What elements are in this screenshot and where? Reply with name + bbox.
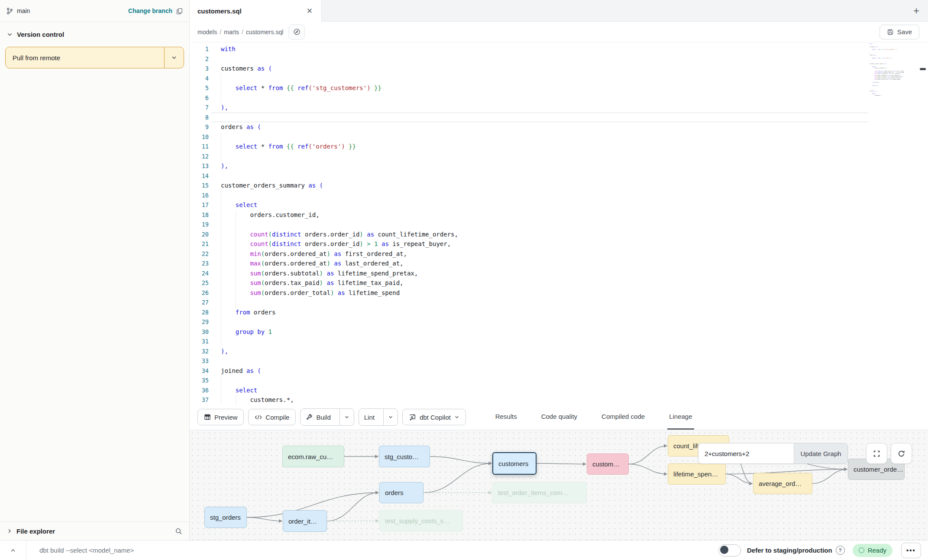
- tab-lineage[interactable]: Lineage: [667, 405, 694, 430]
- code-line[interactable]: 2: [190, 54, 928, 64]
- tab-compiled-code[interactable]: Compiled code: [600, 405, 647, 430]
- code-line[interactable]: 25 sum(orders.tax_paid) as lifetime_tax_…: [190, 278, 928, 288]
- more-menu-button[interactable]: •••: [901, 543, 921, 558]
- build-button[interactable]: Build: [300, 408, 354, 426]
- lineage-node-order_items[interactable]: order_it…: [283, 510, 327, 532]
- code-line[interactable]: 11 select * from {{ ref('orders') }}: [190, 142, 928, 152]
- code-line[interactable]: 35: [190, 375, 928, 385]
- version-control-header[interactable]: Version control: [0, 22, 189, 41]
- copilot-sparkle-icon: [409, 414, 416, 421]
- code-line[interactable]: 9orders as (: [190, 122, 928, 132]
- code-text: [221, 171, 928, 181]
- fullscreen-icon: [873, 450, 880, 457]
- lineage-node-test_order_items[interactable]: test_order_items_com…: [492, 482, 587, 503]
- tab-results[interactable]: Results: [494, 405, 519, 430]
- tab-code-quality[interactable]: Code quality: [540, 405, 579, 430]
- lint-button[interactable]: Lint: [359, 408, 398, 426]
- code-line[interactable]: 18 orders.customer_id,: [190, 210, 928, 220]
- code-text: [221, 152, 928, 162]
- code-line[interactable]: 24 sum(orders.subtotal) as lifetime_spen…: [190, 269, 928, 278]
- code-line[interactable]: 21 count(distinct orders.order_id) > 1 a…: [190, 239, 928, 249]
- code-line[interactable]: 30 group by 1: [190, 327, 928, 337]
- lineage-selector-input[interactable]: [698, 443, 794, 464]
- fullscreen-button[interactable]: [866, 443, 887, 464]
- code-line[interactable]: 37 customers.*,: [190, 395, 928, 405]
- expand-command-bar-button[interactable]: [0, 541, 26, 560]
- update-graph-button[interactable]: Update Graph: [794, 443, 848, 464]
- code-line[interactable]: 6: [190, 93, 928, 103]
- code-line[interactable]: 29: [190, 317, 928, 327]
- defer-toggle[interactable]: [718, 544, 741, 557]
- code-line[interactable]: 16: [190, 191, 928, 201]
- new-tab-button[interactable]: +: [905, 0, 928, 21]
- lineage-node-test_supply[interactable]: test_supply_costs_s…: [379, 510, 463, 531]
- file-explorer-header[interactable]: File explorer: [0, 521, 189, 540]
- code-line[interactable]: 19: [190, 220, 928, 230]
- line-number: 35: [190, 375, 209, 385]
- help-icon[interactable]: ?: [836, 546, 845, 555]
- lineage-node-stg_orders[interactable]: stg_orders: [204, 507, 247, 528]
- breadcrumb-part[interactable]: models: [197, 29, 217, 36]
- code-editor[interactable]: 1with23customers as (45 select * from {{…: [190, 42, 928, 405]
- lineage-node-ecom[interactable]: ecom.raw_cu…: [282, 446, 344, 467]
- code-line[interactable]: 32),: [190, 346, 928, 356]
- code-text: sum(orders.subtotal) as lifetime_spend_p…: [221, 269, 928, 278]
- code-line[interactable]: 3customers as (: [190, 64, 928, 74]
- lineage-node-orders[interactable]: orders: [379, 482, 424, 503]
- code-line[interactable]: 14: [190, 171, 928, 181]
- code-line[interactable]: 7),: [190, 103, 928, 113]
- code-line[interactable]: 5 select * from {{ ref('stg_customers') …: [190, 83, 928, 93]
- code-line[interactable]: 33: [190, 356, 928, 366]
- code-line[interactable]: 31: [190, 337, 928, 346]
- pull-from-remote-label: Pull from remote: [6, 47, 164, 68]
- build-main[interactable]: Build: [301, 409, 336, 425]
- lineage-node-customers[interactable]: customers: [492, 452, 537, 475]
- lineage-node-lifetime_spend[interactable]: lifetime_spen…: [668, 463, 726, 485]
- lint-main[interactable]: Lint: [359, 409, 380, 425]
- code-line[interactable]: 27: [190, 298, 928, 308]
- lineage-node-customers_model[interactable]: custom…: [587, 453, 629, 475]
- close-icon[interactable]: ✕: [304, 6, 315, 16]
- code-line[interactable]: 1with: [190, 44, 928, 54]
- code-line[interactable]: 34joined as (: [190, 366, 928, 376]
- code-line[interactable]: 26 sum(orders.order_total) as lifetime_s…: [190, 288, 928, 298]
- save-button[interactable]: Save: [879, 25, 919, 39]
- change-branch-link[interactable]: Change branch: [128, 7, 172, 14]
- minimap-line: sum(orders.order_total) as lifetime_spen…: [870, 79, 904, 80]
- lineage-node-stg_customers[interactable]: stg_custo…: [379, 446, 430, 467]
- build-options-caret[interactable]: [340, 409, 354, 425]
- command-input[interactable]: dbt build --select <model_name>: [39, 547, 718, 554]
- lint-options-caret[interactable]: [383, 409, 398, 425]
- compile-button[interactable]: Compile: [248, 409, 296, 425]
- dbt-copilot-button[interactable]: dbt Copilot: [402, 409, 466, 425]
- code-line[interactable]: 15customer_orders_summary as (: [190, 181, 928, 191]
- code-line[interactable]: 4: [190, 74, 928, 84]
- code-line[interactable]: 13),: [190, 161, 928, 171]
- build-label: Build: [316, 414, 330, 421]
- code-line[interactable]: 23 max(orders.ordered_at) as last_ordere…: [190, 259, 928, 269]
- code-line[interactable]: 20 count(distinct orders.order_id) as co…: [190, 230, 928, 240]
- code-line[interactable]: 10: [190, 132, 928, 142]
- code-line[interactable]: 22 min(orders.ordered_at) as first_order…: [190, 249, 928, 259]
- copy-icon[interactable]: [176, 7, 183, 15]
- pull-options-caret[interactable]: [164, 47, 184, 68]
- pull-from-remote-button[interactable]: Pull from remote: [5, 47, 184, 68]
- refresh-icon-button[interactable]: [891, 443, 912, 464]
- editor-toolbar: Preview Compile Build Lint: [190, 405, 928, 430]
- preview-button[interactable]: Preview: [197, 409, 244, 425]
- code-line[interactable]: 28 from orders: [190, 308, 928, 317]
- lineage-canvas[interactable]: ecom.raw_cu…stg_custo…customerscustom…co…: [190, 430, 928, 540]
- code-line[interactable]: 8: [190, 113, 928, 123]
- code-line[interactable]: 36 select: [190, 385, 928, 395]
- lineage-node-average_order[interactable]: average_ord…: [753, 473, 812, 494]
- breadcrumb-part[interactable]: marts: [224, 29, 239, 36]
- minimap[interactable]: withcustomers as ( select * from {{ ref(…: [870, 43, 904, 96]
- search-icon[interactable]: [175, 528, 182, 535]
- code-line[interactable]: 12: [190, 152, 928, 162]
- open-in-lineage-button[interactable]: [288, 24, 305, 40]
- line-number: 32: [190, 346, 209, 356]
- scrollbar-thumb[interactable]: [920, 68, 926, 70]
- tab-customers-sql[interactable]: customers.sql ✕: [190, 0, 322, 22]
- code-line[interactable]: 17 select: [190, 200, 928, 210]
- breadcrumb-part[interactable]: customers.sql: [246, 29, 283, 36]
